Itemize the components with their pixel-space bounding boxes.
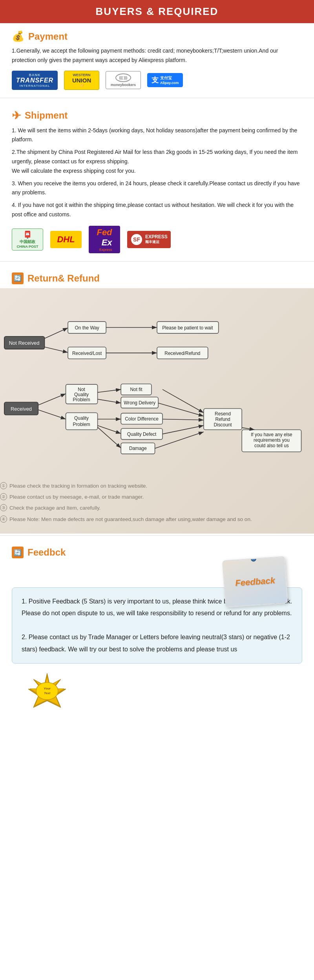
return-refund-title: 🔄 Return& Refund	[0, 272, 314, 284]
svg-line-17	[38, 393, 66, 405]
western-union-logo: WESTERN UNION 💛	[64, 71, 99, 90]
flowchart-svg: Not Received On the Way Please be patien…	[0, 296, 314, 474]
page-header: BUYERS & REQUIRED	[0, 0, 314, 23]
svg-line-41	[162, 389, 204, 413]
shipment-title: ✈ Shipment	[12, 109, 302, 122]
svg-point-57	[36, 682, 58, 700]
svg-text:Your: Your	[44, 687, 51, 690]
chinapost-logo: 📮 中国邮政 CHINA POST	[12, 229, 43, 250]
svg-text:Quality: Quality	[74, 392, 89, 397]
shipment-logos: 📮 中国邮政 CHINA POST DHL FedEx Express SF E…	[12, 226, 302, 253]
svg-line-42	[158, 403, 204, 416]
svg-text:Text: Text	[44, 691, 50, 695]
svg-text:Please be patient to wait: Please be patient to wait	[162, 325, 213, 331]
shipment-icon: ✈	[12, 109, 21, 122]
svg-text:Color Difference: Color Difference	[125, 416, 159, 422]
moneybookers-logo: ((( ))) moneybookers	[106, 71, 141, 89]
feedback-section: 🔄 Feedbck Feedback 1. Positive Feedback …	[0, 539, 314, 711]
svg-line-3	[45, 328, 68, 338]
header-title: BUYERS & REQUIRED	[96, 5, 219, 17]
payment-body: 1.Generally, we accept the following pay…	[12, 46, 302, 65]
svg-text:If you have any else: If you have any else	[251, 432, 292, 437]
svg-line-9	[45, 347, 68, 352]
sf-express-logo: SF EXPRESS 顺丰速运	[127, 231, 171, 248]
return-refund-section: 🔄 Return& Refund Not Received On the Way	[0, 265, 314, 534]
payment-title: 💰 Payment	[12, 30, 302, 42]
payment-icon: 💰	[12, 30, 24, 42]
shipment-section: ✈ Shipment 1. We will sent the items wit…	[0, 102, 314, 260]
svg-text:requirements you: requirements you	[254, 437, 290, 443]
svg-text:Quality: Quality	[74, 415, 89, 421]
svg-text:Not Received: Not Received	[9, 340, 40, 346]
svg-text:Not fit: Not fit	[130, 387, 143, 392]
svg-text:Discount: Discount	[214, 422, 232, 428]
svg-text:Resend: Resend	[215, 411, 231, 417]
svg-text:Refund: Refund	[215, 417, 230, 422]
svg-text:Problem: Problem	[73, 422, 90, 427]
flowchart-area: Not Received On the Way Please be patien…	[0, 288, 314, 534]
return-icon: 🔄	[12, 272, 24, 284]
payment-section: 💰 Payment 1.Generally, we accept the fol…	[0, 23, 314, 96]
gold-badge: Your Text	[24, 671, 71, 711]
badge-svg: Your Text	[24, 671, 71, 711]
svg-text:Received/Lost: Received/Lost	[72, 351, 102, 356]
svg-text:Damage: Damage	[129, 446, 147, 451]
payment-logos: BANK TRANSFER INTERNATIONAL WESTERN UNIO…	[12, 71, 302, 90]
feedback-title: 🔄 Feedbck	[12, 547, 302, 558]
feedback-card: Feedback	[222, 556, 288, 608]
svg-text:could also tell us: could also tell us	[254, 443, 289, 448]
feedback-label: Feedback	[235, 575, 275, 588]
svg-text:Problem: Problem	[73, 397, 90, 402]
svg-line-25	[98, 399, 121, 403]
dhl-logo: DHL	[50, 231, 82, 248]
svg-line-38	[98, 427, 121, 448]
feedback-icon: 🔄	[12, 547, 24, 558]
bank-transfer-logo: BANK TRANSFER INTERNATIONAL	[12, 71, 58, 90]
svg-line-44	[162, 425, 204, 434]
svg-line-22	[98, 389, 121, 393]
svg-text:Received/Refund: Received/Refund	[164, 351, 200, 356]
svg-line-35	[98, 425, 121, 433]
svg-text:Received: Received	[11, 406, 32, 412]
svg-text:On the Way: On the Way	[75, 325, 99, 331]
fedex-logo: FedEx Express	[89, 226, 120, 253]
alipay-logo: 支 支付宝 Alipay.com	[147, 73, 183, 87]
shipment-body: 1. We will sent the items within 2-5days…	[12, 126, 302, 219]
svg-text:Not: Not	[78, 387, 85, 392]
svg-text:Quality Defect: Quality Defect	[127, 431, 157, 437]
svg-line-28	[38, 410, 66, 419]
svg-text:Wrong Delivery: Wrong Delivery	[124, 400, 155, 405]
svg-line-43	[162, 419, 204, 420]
feedback-text-2: 2. Please contact us by Trade Manager or…	[22, 631, 292, 655]
